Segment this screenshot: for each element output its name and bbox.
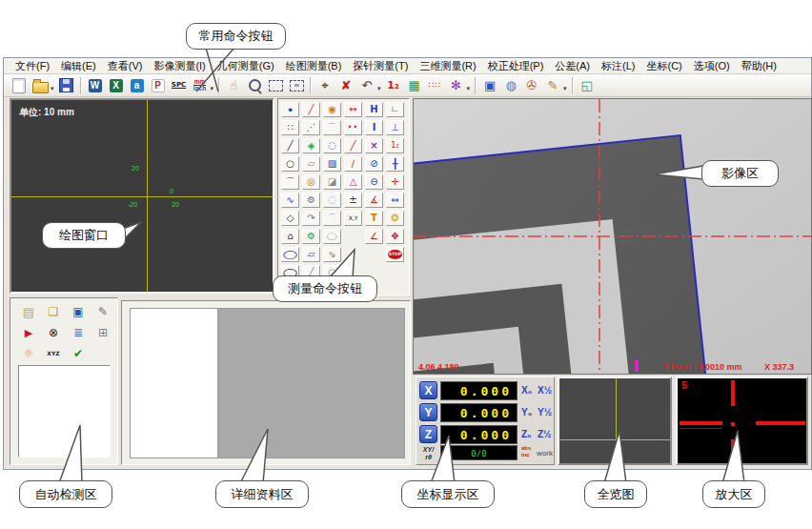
measure-button[interactable]: ∡ (365, 193, 383, 208)
measure-button[interactable]: •• (344, 120, 362, 135)
measure-button[interactable]: ⇔ (386, 193, 404, 208)
measure-button[interactable]: ◪ (323, 174, 341, 190)
measure-button[interactable]: ∿ (281, 193, 299, 208)
measure-button[interactable]: ○ (281, 156, 299, 172)
y-zero-button[interactable]: Y₀ (521, 407, 532, 417)
y-half-button[interactable]: Y½ (538, 407, 552, 417)
measure-button[interactable]: ⊖ (365, 174, 383, 190)
measure-button[interactable]: ╱ (302, 102, 320, 117)
coordinate-mode-button[interactable]: XY/rθ (419, 446, 437, 460)
measure-button[interactable]: ⌒ (281, 174, 299, 190)
measure-button[interactable]: ◉ (323, 102, 341, 117)
menu-build-measure[interactable]: 绘图测量(B) (280, 59, 348, 73)
autodetect-flow-button[interactable]: ≣ (68, 323, 89, 342)
menu-coordinate[interactable]: 坐标(C) (640, 59, 687, 73)
notes-dropdown-arrow[interactable]: ▾ (563, 85, 567, 92)
measure-button[interactable]: ∟ (386, 102, 404, 117)
new-document-button[interactable] (9, 76, 30, 95)
measure-button[interactable]: ◯ (281, 247, 299, 262)
measure-button[interactable]: ◌ (323, 138, 341, 153)
measure-button[interactable]: ╱ (344, 138, 362, 153)
measure-button[interactable]: ▨ (323, 156, 341, 172)
unit-dropdown-arrow[interactable]: ▾ (211, 85, 214, 92)
grid-green-button[interactable]: ▦ (404, 76, 425, 95)
menu-file[interactable]: 文件(F) (10, 59, 55, 73)
measure-button[interactable]: △ (344, 174, 362, 190)
auto-detect-list[interactable] (18, 365, 111, 458)
measure-button[interactable]: ⚙ (302, 193, 320, 208)
measure-button[interactable]: ✥ (386, 229, 404, 244)
x-zero-button[interactable]: X₀ (521, 385, 532, 396)
menu-options[interactable]: 选项(O) (688, 59, 736, 73)
detail-tree-pane[interactable] (130, 308, 219, 458)
unit-mm-inch-button[interactable]: mminch (190, 76, 211, 95)
measure-button[interactable]: ▱ (302, 247, 320, 262)
measure-button[interactable]: H (365, 102, 383, 117)
x-axis-button[interactable]: X (419, 381, 437, 399)
detail-content-pane[interactable] (217, 308, 405, 458)
autodetect-new-button[interactable]: ▤ (18, 302, 39, 321)
form-window-button[interactable]: ▣ (479, 76, 500, 95)
menu-edit[interactable]: 编辑(E) (55, 59, 102, 73)
image-window-button[interactable]: ◱ (577, 76, 598, 95)
measure-button[interactable]: X,Y (344, 211, 362, 226)
autodetect-library-button[interactable]: ▣ (68, 302, 89, 321)
autodetect-run-button[interactable]: ▶ (18, 323, 39, 342)
z-axis-button[interactable]: Z (419, 425, 437, 443)
measure-button[interactable]: ⚙ (302, 229, 320, 244)
undo-dropdown-arrow[interactable]: ▾ (377, 85, 381, 92)
measure-button[interactable]: ∕ (344, 156, 362, 172)
measure-button[interactable]: ✛ (386, 174, 404, 190)
export-cad-button[interactable]: a (127, 76, 148, 95)
navigate-button[interactable]: ✻ (446, 76, 467, 95)
measure-button[interactable]: ∷ (281, 120, 299, 135)
numbering-button[interactable]: 1₂ (383, 76, 404, 95)
measure-button[interactable]: ↔ (344, 102, 362, 117)
grid-red-button[interactable]: ∷∷ (425, 76, 446, 95)
notes-button[interactable]: ✎ (542, 76, 563, 95)
save-button[interactable] (56, 76, 77, 95)
image-view-area[interactable]: 4.06 4.180 1 Pixel : 0.0010 mm X 337.3 (413, 98, 812, 375)
undo-button[interactable]: ↶ (356, 76, 377, 95)
measure-button[interactable]: • (281, 102, 299, 117)
menu-geometry-measure[interactable]: 几何测量(G) (212, 59, 280, 73)
pick-button[interactable]: ⌖ (315, 76, 335, 95)
navigate-dropdown-arrow[interactable]: ▾ (467, 85, 471, 92)
measure-button[interactable]: ⊘ (365, 156, 383, 172)
measure-button[interactable]: ↷ (302, 211, 320, 226)
browser-button[interactable]: ◍ (500, 76, 521, 95)
measure-button[interactable]: × (365, 138, 383, 153)
autodetect-verify-button[interactable]: ✔ (68, 344, 89, 363)
measure-button[interactable]: ◇ (281, 211, 299, 226)
autodetect-grid-button[interactable]: ⊞ (92, 323, 113, 342)
measure-button[interactable]: T (365, 211, 383, 226)
autodetect-stop-button[interactable]: ⊗ (43, 323, 64, 342)
overview-map[interactable] (558, 376, 672, 465)
measure-button[interactable]: ◌ (323, 193, 341, 208)
autodetect-report-button[interactable]: ☼ (18, 344, 39, 363)
measure-button[interactable]: I (365, 120, 383, 135)
measure-button[interactable]: ◈ (302, 138, 320, 153)
measure-button[interactable]: ⇘ (323, 247, 341, 262)
delete-button[interactable]: ✘ (335, 76, 356, 95)
measure-button[interactable]: ± (344, 193, 362, 208)
menu-3d-measure[interactable]: 三维测量(R) (414, 59, 481, 73)
z-zero-button[interactable]: Z₀ (521, 429, 532, 439)
abs-inc-button[interactable]: absinc (521, 445, 531, 458)
menu-annotation[interactable]: 标注(L) (596, 59, 640, 73)
measure-button[interactable]: ◌ (323, 229, 341, 244)
measure-button[interactable]: ⋰ (302, 120, 320, 135)
z-half-button[interactable]: Z½ (538, 429, 551, 439)
y-axis-button[interactable]: Y (419, 403, 437, 421)
measure-button[interactable]: ⊥ (386, 120, 404, 135)
magnifier-view[interactable]: 5 (676, 376, 808, 465)
stop-button[interactable]: STOP (386, 247, 404, 262)
menu-image-measure[interactable]: 影像测量(I) (148, 59, 211, 73)
video-button[interactable]: ✇ (521, 76, 542, 95)
drawing-window[interactable]: 单位: 10 mm 20 0 -20 20 (10, 98, 274, 294)
export-word-button[interactable]: W (85, 76, 106, 95)
measure-button[interactable]: ⌒ (323, 211, 341, 226)
spc-button[interactable]: SPC (169, 76, 190, 95)
autodetect-open-button[interactable]: ❏ (43, 302, 64, 321)
zoom-button[interactable] (244, 76, 265, 95)
